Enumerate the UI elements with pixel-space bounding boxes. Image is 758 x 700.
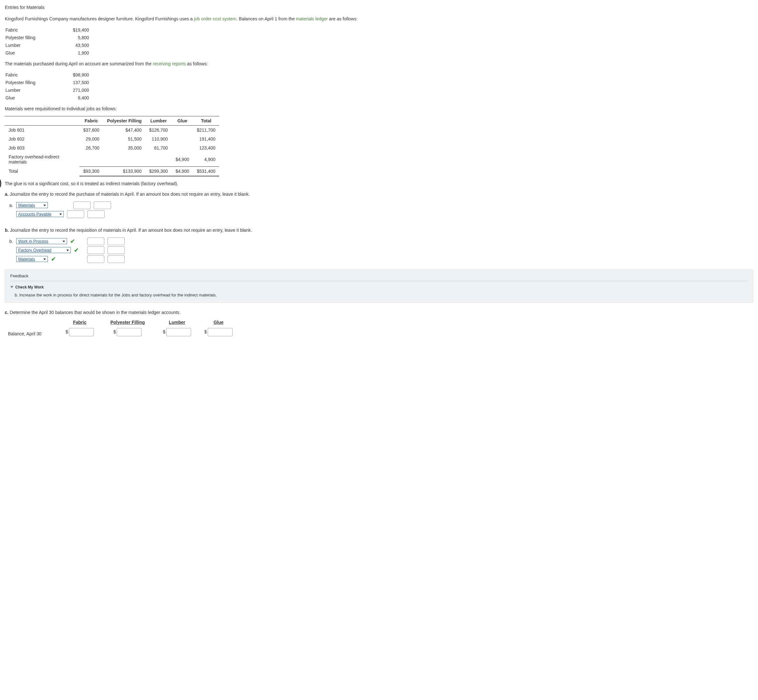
cell (172, 144, 193, 152)
intro-text-2: . Balances on April 1 from the (236, 16, 296, 21)
credit-input[interactable] (108, 247, 125, 254)
debit-input[interactable] (87, 238, 104, 245)
cell: $19,400 (44, 26, 92, 34)
table-row: Job 601$37,600$47,400$126,700$211,700 (5, 126, 219, 135)
debit-input[interactable] (87, 255, 104, 263)
cell: Job 603 (5, 144, 80, 152)
account-dropdown-work-in-process[interactable]: Work in Process (16, 238, 67, 244)
table-row: Lumber43,500 (5, 41, 92, 49)
journal-entry-a: a. Materials Accounts Payable (7, 202, 753, 218)
credit-input[interactable] (108, 255, 125, 263)
credit-input[interactable] (94, 202, 111, 209)
check-my-work-toggle[interactable]: Check My Work (10, 285, 748, 289)
ledger-header: Polyester Filling (110, 320, 145, 325)
cell: 137,500 (44, 79, 92, 86)
table-row: Fabric$98,900 (5, 71, 92, 79)
cell: Glue (5, 94, 44, 102)
cell: 35,000 (103, 144, 146, 152)
check-icon: ✔ (74, 247, 79, 254)
cell: Job 601 (5, 126, 80, 135)
account-dropdown-materials[interactable]: Materials (16, 202, 48, 208)
intro-text-3: are as follows: (327, 16, 357, 21)
cell: $211,700 (193, 126, 219, 135)
cell: $93,300 (80, 166, 103, 176)
table-row: Lumber271,000 (5, 86, 92, 94)
cell: Lumber (5, 41, 44, 49)
debit-input[interactable] (74, 202, 91, 209)
intro-paragraph: Kingsford Furnishings Company manufactur… (5, 16, 753, 22)
purchases-paragraph: The materials purchased during April on … (5, 61, 753, 67)
purchases-text-2: as follows: (186, 61, 208, 66)
ledger-header: Lumber (169, 320, 185, 325)
header-cell: Polyester Filling (103, 116, 146, 126)
cell: 29,000 (80, 134, 103, 144)
cell: 271,000 (44, 86, 92, 94)
account-dropdown-accounts-payable[interactable]: Accounts Payable (16, 211, 64, 217)
table-row: Factory overhead-indirect materials$4,90… (5, 152, 219, 166)
ledger-row-label-col: Balance, April 30 (8, 320, 56, 336)
account-dropdown-factory-overhead[interactable]: Factory Overhead (16, 247, 71, 253)
cell: $47,400 (103, 126, 146, 135)
question-a-text: a. Journalize the entry to record the pu… (5, 191, 753, 198)
cell: 110,900 (146, 134, 172, 144)
credit-input[interactable] (88, 210, 105, 218)
ledger-header: Fabric (73, 320, 86, 325)
feedback-title: Feedback (10, 273, 748, 278)
question-b-body: Journalize the entry to record the requi… (10, 228, 252, 233)
glue-balance-input[interactable] (208, 328, 233, 336)
feedback-hint: b. Increase the work in process for dire… (15, 293, 748, 297)
cell: $37,600 (80, 126, 103, 135)
cell: 123,400 (193, 144, 219, 152)
purchases-text-1: The materials purchased during April on … (5, 61, 153, 66)
cell: $4,900 (172, 152, 193, 166)
cell: 43,500 (44, 41, 92, 49)
table-header-row: Fabric Polyester Filling Lumber Glue Tot… (5, 116, 219, 126)
page-title: Entries for Materials (5, 5, 753, 10)
dollar-sign: $ (163, 329, 166, 334)
cell: Total (5, 166, 80, 176)
fabric-balance-input[interactable] (69, 328, 94, 336)
dollar-sign: $ (114, 329, 116, 334)
requisition-table: Fabric Polyester Filling Lumber Glue Tot… (5, 116, 219, 177)
cell: 26,700 (80, 144, 103, 152)
credit-input[interactable] (108, 238, 125, 245)
ledger-col-polyester: Polyester Filling $ (104, 320, 152, 336)
table-row: Glue1,900 (5, 49, 92, 57)
question-c-body: Determine the April 30 balances that wou… (10, 310, 180, 315)
cell: Job 602 (5, 134, 80, 144)
entry-b-sublabel: b. (7, 239, 13, 244)
cell: 4,900 (193, 152, 219, 166)
cell: $133,900 (103, 166, 146, 176)
cell: Lumber (5, 86, 44, 94)
table-row: Fabric$19,400 (5, 26, 92, 34)
opening-balances-table: Fabric$19,400 Polyester filling5,800 Lum… (5, 26, 92, 57)
account-dropdown-materials[interactable]: Materials (16, 256, 48, 262)
entry-a-sublabel: a. (7, 203, 13, 208)
ledger-col-glue: Glue $ (203, 320, 235, 336)
table-row: Glue9,400 (5, 94, 92, 102)
materials-ledger-link[interactable]: materials ledger (296, 16, 328, 21)
ledger-col-lumber: Lumber $ (158, 320, 196, 336)
cell: 1,900 (44, 49, 92, 57)
cell: 9,400 (44, 94, 92, 102)
job-order-cost-system-link[interactable]: job order cost system (194, 16, 236, 21)
cell: Polyester filling (5, 34, 44, 41)
debit-input[interactable] (67, 210, 84, 218)
question-a-label: a. (5, 192, 9, 197)
receiving-reports-link[interactable]: receiving reports (153, 61, 186, 66)
table-row: Polyester filling137,500 (5, 79, 92, 86)
header-cell: Lumber (146, 116, 172, 126)
divider (10, 281, 748, 281)
table-row: Job 60326,70035,00061,700123,400 (5, 144, 219, 152)
dollar-sign: $ (66, 329, 68, 334)
requisition-heading: Materials were requisitioned to individu… (5, 106, 753, 112)
cell: 61,700 (146, 144, 172, 152)
polyester-balance-input[interactable] (117, 328, 142, 336)
cell: Factory overhead-indirect materials (5, 152, 80, 166)
header-cell: Fabric (80, 116, 103, 126)
check-icon: ✔ (51, 256, 56, 262)
check-icon: ✔ (70, 238, 75, 245)
cell: 5,800 (44, 34, 92, 41)
lumber-balance-input[interactable] (166, 328, 191, 336)
debit-input[interactable] (87, 247, 104, 254)
